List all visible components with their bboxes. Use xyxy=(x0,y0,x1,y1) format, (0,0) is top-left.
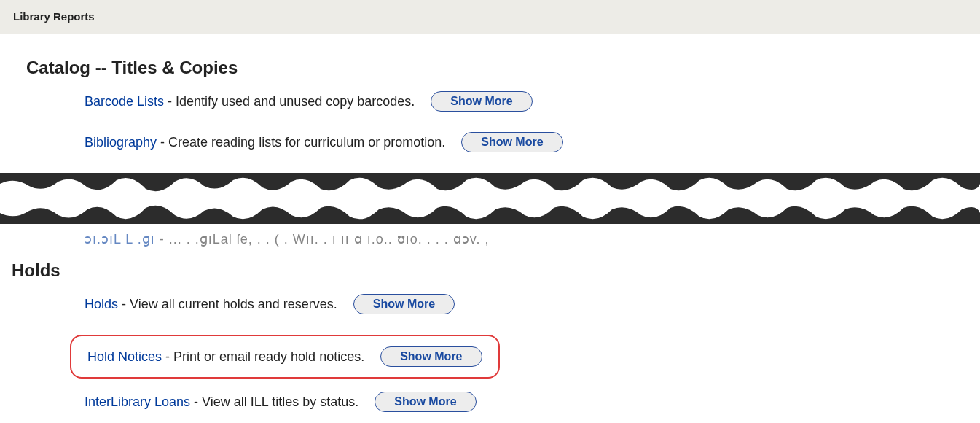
holds-desc: - View all current holds and reserves. xyxy=(118,297,337,311)
highlighted-row: Hold Notices - Print or email ready hold… xyxy=(70,335,500,379)
barcode-lists-desc: - Identify used and unused copy barcodes… xyxy=(164,94,415,109)
show-more-button[interactable]: Show More xyxy=(431,91,532,112)
show-more-button[interactable]: Show More xyxy=(380,346,482,367)
catalog-heading: Catalog -- Titles & Copies xyxy=(26,58,954,78)
show-more-button[interactable]: Show More xyxy=(375,392,476,412)
header-bar: Library Reports xyxy=(0,0,980,34)
interlibrary-loans-link[interactable]: InterLibrary Loans xyxy=(85,395,190,409)
torn-strip xyxy=(0,173,980,224)
report-text: Barcode Lists - Identify used and unused… xyxy=(85,94,415,109)
report-text: Bibliography - Create reading lists for … xyxy=(85,135,445,150)
hold-notices-desc: - Print or email ready hold notices. xyxy=(162,349,364,364)
fragment-link: ɔı.ɔıL L .ɡı xyxy=(85,232,155,247)
holds-link[interactable]: Holds xyxy=(85,297,118,311)
cut-off-report-row: ɔı.ɔıL L .ɡı - ... . .ɡıLal ſe, . . ( . … xyxy=(85,231,954,247)
ill-desc: - View all ILL titles by status. xyxy=(190,395,358,409)
barcode-lists-link[interactable]: Barcode Lists xyxy=(85,94,164,109)
bibliography-desc: - Create reading lists for curriculum or… xyxy=(157,135,445,150)
report-row-barcode-lists: Barcode Lists - Identify used and unused… xyxy=(85,91,954,112)
report-row-holds: Holds - View all current holds and reser… xyxy=(85,294,954,314)
holds-heading: Holds xyxy=(12,260,954,281)
report-row-bibliography: Bibliography - Create reading lists for … xyxy=(85,132,954,152)
report-text: Holds - View all current holds and reser… xyxy=(85,297,337,312)
show-more-button[interactable]: Show More xyxy=(461,132,562,152)
torn-edge-bottom-icon xyxy=(0,202,980,224)
report-row-hold-notices: Hold Notices - Print or email ready hold… xyxy=(87,346,482,367)
report-text: InterLibrary Loans - View all ILL titles… xyxy=(85,395,358,410)
report-text: Hold Notices - Print or email ready hold… xyxy=(87,349,364,365)
hold-notices-link[interactable]: Hold Notices xyxy=(87,349,162,364)
content-area: Catalog -- Titles & Copies Barcode Lists… xyxy=(0,34,980,423)
page-title: Library Reports xyxy=(13,10,95,23)
bibliography-link[interactable]: Bibliography xyxy=(85,135,157,150)
show-more-button[interactable]: Show More xyxy=(353,294,455,314)
torn-edge-top-icon xyxy=(0,173,980,195)
fragment-text: - ... . .ɡıLal ſe, . . ( . Wıı. . ı ıı ɑ… xyxy=(160,232,490,247)
report-row-ill: InterLibrary Loans - View all ILL titles… xyxy=(85,392,954,412)
